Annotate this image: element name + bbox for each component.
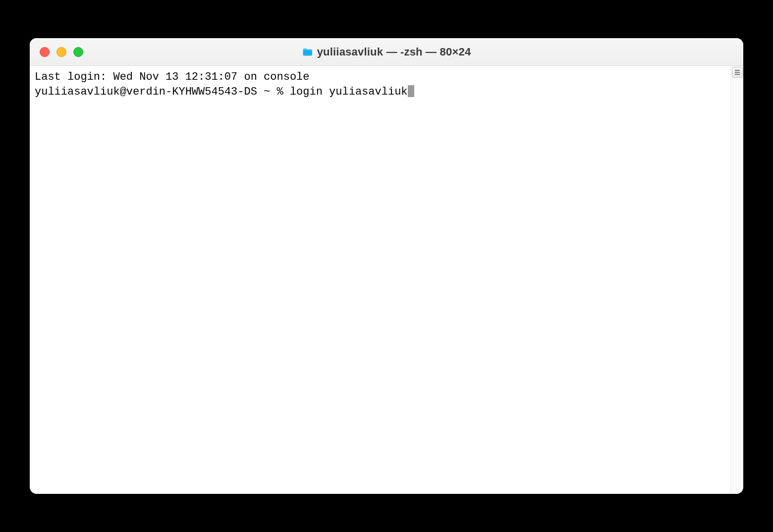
titlebar[interactable]: yuliiasavliuk — -zsh — 80×24 [30,38,743,66]
last-login-text: Last login: Wed Nov 13 12:31:07 on conso… [35,71,310,83]
shell-prompt: yuliiasavliuk@verdin-KYHWW54543-DS ~ % [35,86,290,98]
window-title: yuliiasavliuk — -zsh — 80×24 [317,46,471,58]
folder-icon [302,48,313,56]
title-container: yuliiasavliuk — -zsh — 80×24 [302,46,471,58]
scrollbar-button-icon[interactable] [732,67,743,78]
minimize-button[interactable] [56,47,66,57]
fullscreen-button[interactable] [73,47,83,57]
terminal-body[interactable]: Last login: Wed Nov 13 12:31:07 on conso… [30,66,730,494]
typed-command: login yuliasavliuk [290,86,408,98]
terminal-window: yuliiasavliuk — -zsh — 80×24 Last login:… [30,38,743,494]
traffic-lights [40,47,83,57]
cursor-icon [408,85,414,97]
scrollbar-track[interactable] [730,66,743,494]
content-wrap: Last login: Wed Nov 13 12:31:07 on conso… [30,66,743,494]
close-button[interactable] [40,47,50,57]
